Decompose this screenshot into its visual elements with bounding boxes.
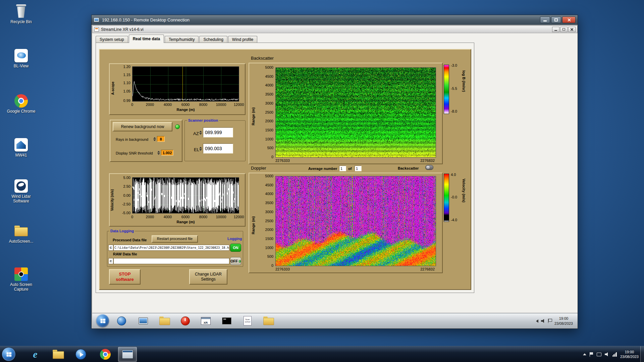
rays-spinner[interactable]	[153, 136, 156, 142]
volume-icon[interactable]	[541, 319, 545, 323]
app-restore-button[interactable]	[560, 27, 568, 32]
maximize-button[interactable]	[551, 16, 561, 23]
desktop-icon-label: Wind Lidar Software	[5, 194, 37, 204]
tab-temp-humidity[interactable]: Temp/humidity	[165, 36, 199, 43]
backscatter-colorbar-label: log B (/m/sr)	[462, 70, 466, 107]
session-taskbar-folder-app[interactable]	[158, 314, 171, 327]
backscatter-doppler-toggle[interactable]	[425, 165, 433, 170]
display-icon[interactable]	[597, 353, 601, 356]
processed-drive-selector[interactable]: C	[108, 245, 113, 251]
y-tick: 1500	[259, 237, 273, 241]
session-taskbar-xr-app[interactable]: XR	[199, 314, 212, 327]
system-tray: 19:00 23/08/2023	[583, 346, 640, 362]
action-center-flag-icon[interactable]	[590, 352, 593, 357]
az-value-field[interactable]: 089.999	[203, 127, 233, 137]
tab-system-setup[interactable]: System setup	[96, 36, 128, 43]
tab-scheduling[interactable]: Scheduling	[199, 36, 227, 43]
taskbar-media-player[interactable]	[71, 347, 90, 362]
tab-strip: System setup Real time data Temp/humidit…	[96, 35, 258, 43]
auto-screen-capture-icon	[13, 267, 29, 282]
stop-software-button[interactable]: STOP software	[109, 269, 141, 285]
session-taskbar-scan-sched-app[interactable]: Scan sched	[241, 314, 254, 327]
taskbar-remote-desktop-active[interactable]	[118, 347, 137, 362]
y-tick: 1000	[259, 246, 273, 250]
network-icon[interactable]	[612, 352, 617, 357]
doppler-colorbar	[444, 174, 449, 222]
snr-spinner[interactable]	[157, 150, 160, 156]
desktop-icon-mw41[interactable]: MW41	[3, 137, 40, 158]
logging-label: Logging	[227, 237, 242, 241]
velocity-chart: Velocity (m/s) 5.00 2.50 0.00 -2.50 -5.0…	[109, 173, 246, 227]
taskbar-internet-explorer[interactable]: e	[26, 347, 45, 362]
y-tick: 1.10	[116, 81, 130, 85]
processed-file-path-field[interactable]: C:\Lidar\Data\Proc\2023\202308\20230829\…	[113, 245, 229, 251]
average-total-field[interactable]: 1	[355, 166, 362, 171]
clock-date: 23/08/2023	[620, 354, 639, 359]
desktop-icon-google-chrome[interactable]: Google Chrome	[3, 94, 40, 114]
desktop-icon-recycle-bin[interactable]: Recycle Bin	[3, 4, 40, 24]
raw-logging-toggle[interactable]: OFF	[230, 257, 241, 265]
snr-value-field[interactable]: 1.002	[161, 150, 173, 156]
raw-file-path-field[interactable]	[113, 258, 229, 264]
tab-real-time-data[interactable]: Real time data	[129, 35, 164, 43]
az-spinner[interactable]	[199, 128, 202, 137]
y-tick: 2500	[259, 110, 273, 114]
desktop-icon-wind-lidar[interactable]: Wind Lidar Software	[3, 179, 40, 204]
y-tick: 1.20	[116, 65, 130, 69]
average-number-label: Average number	[308, 167, 337, 171]
desktop-icon-label: Google Chrome	[7, 109, 36, 114]
show-hidden-icons-icon[interactable]	[583, 353, 586, 355]
taskbar-chrome[interactable]	[96, 347, 115, 362]
desktop-icon-bl-view[interactable]: BL-View	[3, 48, 40, 69]
desktop-icon-autoscreen-folder[interactable]: AutoScreen...	[3, 224, 40, 244]
app-close-button[interactable]	[568, 27, 576, 32]
remote-desktop-icon	[122, 350, 133, 359]
mw41-icon	[13, 137, 29, 152]
desktop-icon-auto-screen-capture[interactable]: Auto Screen Capture	[3, 267, 40, 292]
session-start-button[interactable]	[96, 314, 109, 327]
processed-logging-toggle[interactable]: ON	[230, 244, 241, 252]
change-lidar-settings-button[interactable]: Change LiDAR Settings	[189, 269, 227, 285]
restart-processed-file-button[interactable]: Restart processed file	[152, 235, 198, 243]
el-value-field[interactable]: 090.003	[203, 143, 233, 154]
raw-drive-selector[interactable]: C	[108, 258, 113, 264]
renew-background-button[interactable]: Renew background now	[113, 122, 172, 131]
desktop: Recycle Bin BL-View Google Chrome MW41 W…	[0, 0, 644, 362]
taskbar-windows-explorer[interactable]	[49, 347, 68, 362]
show-desktop-button[interactable]	[640, 346, 644, 362]
ascope-x-axis-label: Range (m)	[132, 108, 239, 112]
explorer-folder-icon	[53, 350, 64, 359]
session-taskbar-monitor-app[interactable]	[137, 314, 150, 327]
colorbar-tick: -3.0	[451, 63, 461, 67]
velocity-canvas	[132, 178, 239, 213]
app-titlebar[interactable]: StreamLine XR v14-6.vi	[92, 25, 578, 33]
y-tick: -2.50	[114, 202, 130, 206]
colorbar-tick: -5.5	[451, 86, 461, 90]
velocity-x-axis-label: Range (m)	[132, 220, 239, 224]
x-tick: 0	[131, 215, 133, 219]
session-taskbar-network-app[interactable]	[115, 314, 128, 327]
average-number-field[interactable]: 1	[339, 166, 346, 171]
el-spinner[interactable]	[199, 144, 202, 154]
taskbar-clock[interactable]: 19:00 23/08/2023	[620, 350, 639, 359]
rays-value-field[interactable]: 8	[157, 136, 165, 142]
start-button[interactable]	[2, 348, 15, 361]
session-taskbar-explorer-app[interactable]	[262, 314, 275, 327]
x-tick: 6000	[181, 215, 190, 219]
minimize-button[interactable]	[540, 16, 550, 23]
hidden-icons-arrow-icon[interactable]	[536, 319, 538, 323]
close-button[interactable]	[562, 16, 576, 23]
desktop-icon-label: Recycle Bin	[10, 20, 32, 24]
rdp-titlebar[interactable]: 192.168.0.150 - Remote Desktop Connectio…	[92, 15, 578, 25]
action-center-flag-icon[interactable]	[548, 319, 552, 323]
y-tick: 5000	[259, 174, 273, 178]
volume-icon[interactable]	[605, 352, 609, 356]
tab-wind-profile[interactable]: Wind profile	[228, 36, 257, 43]
app-minimize-button[interactable]	[552, 27, 559, 32]
session-taskbar-console-app[interactable]	[220, 314, 233, 327]
session-taskbar-stop-app[interactable]	[178, 314, 192, 327]
x-tick: 8000	[199, 215, 207, 219]
rdp-computer-icon	[94, 17, 99, 22]
session-clock[interactable]: 19:00 23/08/2023	[554, 316, 573, 326]
y-tick: 3500	[259, 201, 273, 205]
